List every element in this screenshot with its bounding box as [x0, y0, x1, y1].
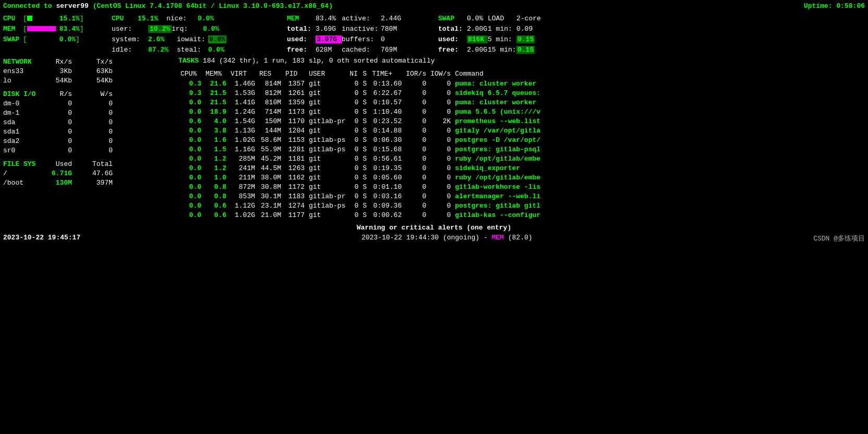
proc-area: TASKS 184 (342 thr), 1 run, 183 slp, 0 o… [170, 57, 865, 220]
min15-label: 15 min: [488, 46, 516, 54]
proc-user: git [307, 154, 347, 163]
proc-iow: 0 [428, 163, 453, 173]
proc-cpu: 9.3 [178, 88, 203, 98]
proc-time: 0:06.30 [370, 135, 404, 144]
proc-cmd: sidekiq_exporter [453, 163, 865, 173]
proc-s: S [360, 126, 370, 135]
timestamp: 2023-10-22 19:45:17 [3, 234, 80, 243]
proc-ior: 0 [404, 79, 428, 88]
th-virt: VIRT [228, 68, 257, 79]
proc-res: 144M [257, 126, 283, 135]
sda1-w: 0 [76, 128, 113, 136]
th-ior: IOR/s [404, 68, 428, 79]
root-name: / [3, 170, 40, 177]
min15-val: 0.15 [516, 46, 535, 54]
nice-label: nice: [166, 15, 198, 22]
proc-virt: 241M [228, 163, 257, 173]
swap-detail-row4: free: 2.00G 15 min: 0.15 [438, 44, 572, 55]
proc-pid: 1153 [283, 135, 307, 144]
proc-ni: 0 [347, 116, 360, 126]
table-row: 0.0 21.5 1.41G 810M 1359 git 0 S 0:10.57… [178, 98, 865, 107]
proc-mem: 1.5 [203, 144, 228, 154]
proc-ior: 0 [404, 126, 428, 135]
swap-bracket-left: [ [23, 35, 27, 43]
proc-res: 44.5M [257, 163, 283, 173]
proc-user: git [307, 163, 347, 173]
cpu-detail-row1: CPU 15.1% nice: 0.0% [112, 13, 285, 23]
th-cpu: CPU% [178, 68, 203, 79]
proc-ior: 0 [404, 107, 428, 116]
swap-detail-row3: used: 816K 5 min: 0.15 [438, 34, 572, 44]
swap-pct: 0.0% [59, 35, 76, 43]
proc-s: S [360, 163, 370, 173]
proc-ior: 0 [404, 182, 428, 191]
dm0-r: 0 [40, 100, 76, 107]
cached-val: 769M [381, 46, 407, 54]
proc-cpu: 0.0 [178, 182, 203, 191]
proc-res: 23.1M [257, 201, 283, 210]
min1-val: 0.09 [516, 25, 533, 33]
swap-free-label: free: [438, 46, 467, 54]
proc-pid: 1181 [283, 154, 307, 163]
proc-ior: 0 [404, 98, 428, 107]
lo-rx: 54Kb [40, 77, 76, 85]
proc-mem: 1.0 [203, 173, 228, 182]
total-val: 3.69G [316, 25, 342, 33]
proc-cpu: 0.0 [178, 173, 203, 182]
proc-time: 0:10.57 [370, 98, 404, 107]
proc-iow: 0 [428, 173, 453, 182]
proc-user: git [307, 173, 347, 182]
proc-mem: 3.8 [203, 126, 228, 135]
table-row: 0.0 3.8 1.13G 144M 1204 git 0 S 0:14.88 … [178, 126, 865, 135]
proc-virt: 1.46G [228, 79, 257, 88]
proc-ni: 0 [347, 163, 360, 173]
min5-label: 5 min: [488, 35, 516, 43]
proc-cmd: prometheus --web.list [453, 116, 865, 126]
proc-iow: 0 [428, 210, 453, 220]
proc-res: 38.0M [257, 173, 283, 182]
proc-ni: 0 [347, 173, 360, 182]
proc-s: S [360, 191, 370, 201]
server-name: server99 [56, 2, 88, 10]
cpu-bracket-right: ] [80, 15, 84, 22]
proc-tbody: 0.3 21.6 1.46G 814M 1357 git 0 S 0:13.60… [178, 79, 865, 220]
proc-ior: 0 [404, 173, 428, 182]
fs-boot: /boot 130M 397M [3, 178, 170, 187]
proc-pid: 1357 [283, 79, 307, 88]
fs-used-label: Used [40, 160, 76, 168]
proc-time: 0:03.16 [370, 191, 404, 201]
dm0-w: 0 [76, 100, 113, 107]
connected-label: Connected to [3, 2, 52, 10]
user-label: user: [112, 25, 148, 33]
proc-ni: 0 [347, 107, 360, 116]
user-val: 10.2% [148, 25, 172, 33]
proc-iow: 0 [428, 144, 453, 154]
table-row: 0.0 1.2 241M 44.5M 1263 git 0 S 0:19.35 … [178, 163, 865, 173]
proc-cmd: alertmanager --web.li [453, 191, 865, 201]
proc-pid: 1261 [283, 88, 307, 98]
table-row: 0.0 1.0 211M 38.0M 1162 git 0 S 0:05.60 … [178, 173, 865, 182]
cpu-bar [27, 16, 58, 21]
proc-mem: 0.6 [203, 201, 228, 210]
alert-entry: 2023-10-22 19:44:30 (ongoing) - MEM (82.… [361, 234, 533, 243]
proc-virt: 872M [228, 182, 257, 191]
proc-ior: 0 [404, 135, 428, 144]
proc-user: gitlab-pr [307, 116, 347, 126]
proc-iow: 0 [428, 88, 453, 98]
proc-virt: 1.13G [228, 126, 257, 135]
table-row: 0.6 4.0 1.54G 150M 1170 gitlab-pr 0 S 0:… [178, 116, 865, 126]
mem-label: MEM [3, 25, 23, 33]
mem-detail-row3: used: 3.07G buffers: 0 [287, 34, 436, 44]
mem-bar-row: MEM [ 83.4% ] [3, 23, 107, 34]
proc-s: S [360, 116, 370, 126]
proc-pid: 1173 [283, 107, 307, 116]
proc-mem: 0.8 [203, 191, 228, 201]
proc-time: 0:14.88 [370, 126, 404, 135]
cpu-detail-row3: system: 2.6% iowait: 0.0% [112, 34, 285, 44]
th-pid: PID [283, 68, 307, 79]
dm1-r: 0 [40, 109, 76, 117]
inactive-label: inactive: [342, 25, 381, 33]
proc-cpu: 0.0 [178, 154, 203, 163]
swap-label: SWAP [3, 35, 23, 43]
proc-s: S [360, 154, 370, 163]
